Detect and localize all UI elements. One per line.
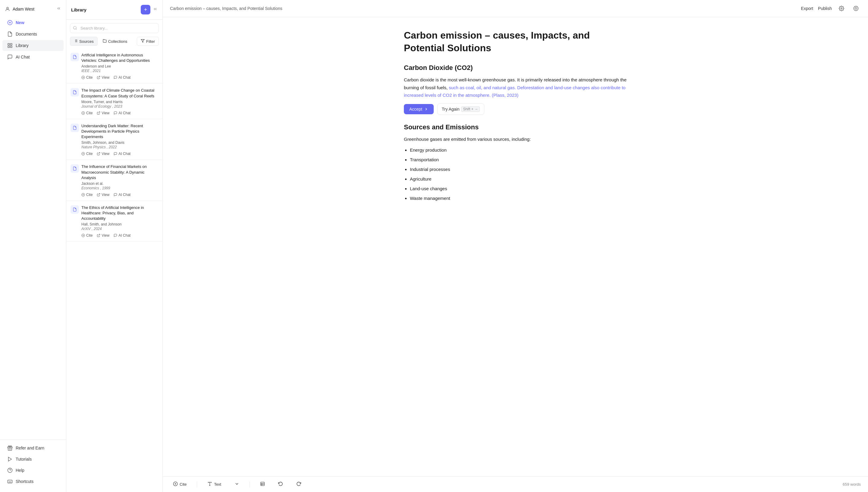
text-toolbar-label: Text <box>214 482 221 487</box>
ai-chat-action-2[interactable]: AI Chat <box>113 152 130 156</box>
cite-action-4[interactable]: Cite <box>81 233 93 238</box>
sidebar-item-documents[interactable]: Documents <box>2 29 63 40</box>
svg-rect-7 <box>10 46 12 48</box>
user-header: Adam West <box>0 5 66 17</box>
sidebar-item-library[interactable]: Library <box>2 40 63 51</box>
source-doc-icon <box>71 164 79 173</box>
filter-label: Filter <box>146 39 155 44</box>
library-tab-bar: Sources Collections Filter <box>66 37 162 48</box>
source-header: Understanding Dark Matter: Recent Develo… <box>71 123 158 150</box>
sidebar-item-ai-chat-label: AI Chat <box>16 54 30 59</box>
user-info: Adam West <box>5 6 34 12</box>
collapse-library-button[interactable] <box>153 7 158 13</box>
export-button[interactable]: Export <box>801 6 813 11</box>
search-input[interactable] <box>70 23 159 33</box>
list-item[interactable]: Artificial Intelligence in Autonomous Ve… <box>66 48 162 83</box>
list-item: Agriculture <box>410 175 627 183</box>
add-source-button[interactable]: + <box>141 5 150 15</box>
text-toolbar-item[interactable]: Text <box>204 479 224 489</box>
list-item: Industrial processes <box>410 166 627 173</box>
source-doc-icon <box>71 53 79 61</box>
try-again-label: Try Again <box>442 107 460 112</box>
source-title: The Ethics of Artificial Intelligence in… <box>81 205 158 222</box>
svg-rect-4 <box>8 43 9 45</box>
svg-point-0 <box>7 7 8 9</box>
collapse-sidebar-button[interactable] <box>56 6 61 12</box>
svg-line-42 <box>98 234 100 236</box>
tab-sources[interactable]: Sources <box>70 37 98 46</box>
list-item[interactable]: The Impact of Climate Change on Coastal … <box>66 83 162 119</box>
text-toolbar-icon <box>207 482 212 487</box>
source-journal: ArXiV , 2024 <box>81 227 158 231</box>
source-meta: Understanding Dark Matter: Recent Develo… <box>81 123 158 150</box>
list-item: Land-use changes <box>410 185 627 192</box>
expand-toolbar-item[interactable] <box>231 479 242 489</box>
settings-button[interactable] <box>837 4 846 13</box>
view-action-0[interactable]: View <box>97 75 109 80</box>
table-icon <box>260 482 265 487</box>
publish-button[interactable]: Publish <box>818 6 832 11</box>
view-action-4[interactable]: View <box>97 233 109 238</box>
view-action-1[interactable]: View <box>97 111 109 115</box>
undo-icon <box>278 482 283 487</box>
svg-marker-22 <box>141 40 144 43</box>
source-doc-icon <box>71 124 79 132</box>
table-toolbar-item[interactable] <box>257 479 268 489</box>
sidebar-item-shortcuts-label: Shortcuts <box>16 479 33 484</box>
filter-button[interactable]: Filter <box>137 37 159 46</box>
cite-action-1[interactable]: Cite <box>81 111 93 115</box>
ai-chat-action-1[interactable]: AI Chat <box>113 111 130 115</box>
library-title: Library <box>71 7 86 13</box>
tab-collections[interactable]: Collections <box>99 37 131 46</box>
sidebar-item-tutorials[interactable]: Tutorials <box>2 454 63 465</box>
source-author: Jackson et al. <box>81 181 158 186</box>
source-doc-icon <box>71 205 79 214</box>
source-actions: Cite View AI Chat <box>81 193 158 197</box>
redo-toolbar-item[interactable] <box>293 479 304 489</box>
sidebar-item-refer[interactable]: Refer and Earn <box>2 443 63 453</box>
left-sidebar: Adam West New Documents Library AI Chat <box>0 0 66 492</box>
user-profile-button[interactable] <box>851 4 861 13</box>
source-journal: Journal of Ecology , 2023 <box>81 104 158 108</box>
tab-sources-label: Sources <box>79 39 94 44</box>
file-icon <box>7 31 12 37</box>
sidebar-item-shortcuts[interactable]: Shortcuts <box>2 476 63 487</box>
editor-area[interactable]: Carbon emission – causes, Impacts, and P… <box>380 17 651 476</box>
view-action-2[interactable]: View <box>97 152 109 156</box>
cite-toolbar-label: Cite <box>180 482 186 487</box>
sources-tab-icon <box>74 39 78 44</box>
svg-rect-50 <box>261 482 264 486</box>
tab-collections-label: Collections <box>108 39 127 44</box>
ai-chat-action-0[interactable]: AI Chat <box>113 75 130 80</box>
source-author: Hall, Smith, and Johnson <box>81 222 158 226</box>
sidebar-item-ai-chat[interactable]: AI Chat <box>2 52 63 63</box>
svg-point-14 <box>74 26 76 29</box>
sidebar-item-tutorials-label: Tutorials <box>16 457 32 462</box>
list-item[interactable]: The Ethics of Artificial Intelligence in… <box>66 201 162 242</box>
cite-action-2[interactable]: Cite <box>81 152 93 156</box>
svg-point-44 <box>854 6 858 11</box>
svg-rect-5 <box>10 43 12 45</box>
undo-toolbar-item[interactable] <box>275 479 286 489</box>
cite-toolbar-item[interactable]: Cite <box>170 479 189 489</box>
view-action-3[interactable]: View <box>97 193 109 197</box>
source-actions: Cite View AI Chat <box>81 152 158 156</box>
ai-chat-action-4[interactable]: AI Chat <box>113 233 130 238</box>
cite-action-3[interactable]: Cite <box>81 193 93 197</box>
cite-action-0[interactable]: Cite <box>81 75 93 80</box>
list-item[interactable]: The Influence of Financial Markets on Ma… <box>66 160 162 201</box>
ai-chat-action-3[interactable]: AI Chat <box>113 193 130 197</box>
svg-point-43 <box>841 8 842 9</box>
try-again-button[interactable]: Try Again Shift + → <box>437 103 484 115</box>
svg-rect-6 <box>8 46 9 48</box>
list-item[interactable]: Understanding Dark Matter: Recent Develo… <box>66 119 162 160</box>
sidebar-item-help[interactable]: Help <box>2 465 63 476</box>
sidebar-item-new-label: New <box>16 20 24 25</box>
cite-toolbar-icon <box>173 482 178 487</box>
bottom-toolbar: Cite Text <box>163 476 868 492</box>
source-header: The Impact of Climate Change on Coastal … <box>71 88 158 108</box>
accept-button[interactable]: Accept <box>404 104 434 114</box>
sidebar-item-new[interactable]: New <box>2 17 63 28</box>
svg-point-11 <box>8 468 12 473</box>
svg-rect-13 <box>8 480 12 483</box>
